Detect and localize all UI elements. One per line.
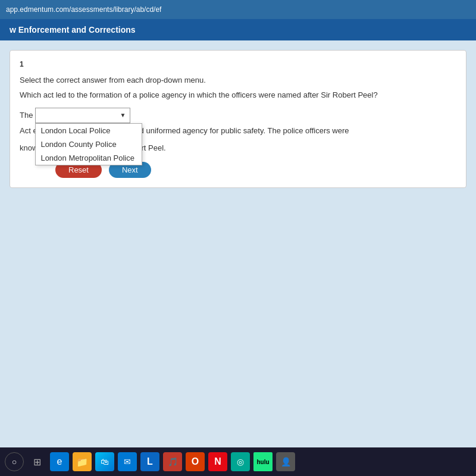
store-taskbar-icon[interactable]: 🛍 [95, 452, 114, 471]
question-card: 1 Select the correct answer from each dr… [10, 50, 466, 188]
browser-url: app.edmentum.com/assessments/library/ab/… [6, 5, 161, 14]
circle-taskbar-icon[interactable]: ◎ [231, 452, 250, 471]
office-taskbar-icon[interactable]: O [186, 452, 205, 471]
dropdown-option-1[interactable]: London Local Police [36, 124, 142, 137]
explorer-taskbar-icon[interactable]: 📁 [73, 452, 92, 471]
browser-bar: app.edmentum.com/assessments/library/ab/… [0, 0, 476, 19]
taskbar: ○ ⊞ e 📁 🛍 ✉ L 🎵 O N ◎ hulu 👤 [0, 447, 476, 476]
lynda-taskbar-icon[interactable]: L [140, 452, 159, 471]
edge-taskbar-icon[interactable]: e [50, 452, 69, 471]
dropdown-list[interactable]: London Local Police London County Police… [35, 123, 142, 165]
page-title: w Enforcement and Corrections [10, 25, 136, 35]
instruction-text: Select the correct answer from each drop… [20, 76, 456, 84]
dropdown-wrapper[interactable]: London Local Police London County Police… [35, 108, 130, 123]
mail-taskbar-icon[interactable]: ✉ [118, 452, 137, 471]
user-taskbar-icon[interactable]: 👤 [276, 452, 295, 471]
sentence-the: The [20, 108, 33, 123]
netflix-taskbar-icon[interactable]: N [208, 452, 227, 471]
question-number: 1 [20, 60, 456, 68]
search-taskbar-button[interactable]: ○ [5, 452, 24, 471]
task-view-icon[interactable]: ⊞ [27, 452, 46, 471]
hulu-taskbar-icon[interactable]: hulu [253, 452, 273, 471]
media-taskbar-icon[interactable]: 🎵 [163, 452, 182, 471]
page-title-bar: w Enforcement and Corrections [0, 19, 476, 40]
dropdown-option-3[interactable]: London Metropolitan Police [36, 151, 142, 165]
dropdown-option-2[interactable]: London County Police [36, 137, 142, 151]
fill-in-row: The London Local Police London County Po… [20, 108, 456, 139]
main-area: 1 Select the correct answer from each dr… [0, 40, 476, 447]
police-type-dropdown[interactable]: London Local Police London County Police… [35, 108, 130, 123]
question-text: Which act led to the formation of a poli… [20, 90, 456, 99]
